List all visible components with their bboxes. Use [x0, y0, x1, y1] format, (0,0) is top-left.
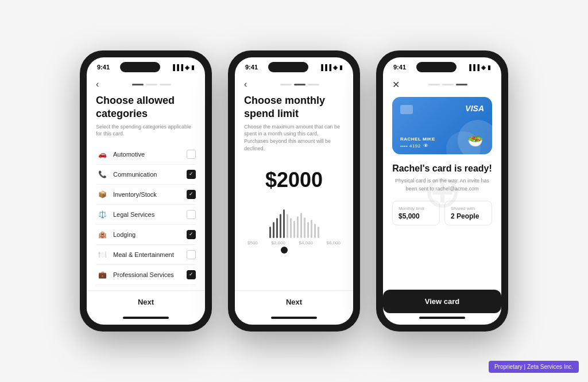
bar-3 [276, 218, 278, 238]
category-item-automotive[interactable]: 🚗 Automotive [96, 145, 196, 165]
communication-icon: 📞 [96, 170, 109, 179]
screen-subtitle-1: Select the spending categories applicabl… [96, 123, 196, 138]
automotive-label: Automotive [113, 151, 187, 158]
lodging-checkbox[interactable] [187, 230, 196, 239]
dynamic-island-1 [120, 62, 160, 72]
wifi-icon-3: ◈ [481, 64, 486, 71]
meal-label: Meal & Entertainment [113, 251, 187, 258]
bar-7 [290, 218, 292, 238]
bar-1 [269, 227, 271, 238]
card-chip [400, 105, 413, 114]
slider-track [246, 204, 342, 238]
professional-checkbox[interactable] [187, 270, 196, 279]
category-item-legal[interactable]: ⚖️ Legal Services [96, 205, 196, 225]
dot2-2 [294, 84, 305, 85]
bar-15 [318, 227, 319, 238]
category-list: 🚗 Automotive 📞 Communication 📦 Inventory… [96, 145, 196, 286]
bar-10 [300, 213, 302, 238]
view-card-button[interactable]: View card [383, 290, 501, 313]
professional-icon: 💼 [96, 270, 109, 279]
screen-subtitle-2: Choose the maximum amount that can be sp… [244, 123, 344, 152]
battery-icon-2: ▮ [339, 64, 343, 71]
phones-container: 9:41 ▐▐▐ ◈ ▮ ‹ Choose allowed ca [80, 50, 508, 332]
meal-icon: 🍽️ [96, 250, 109, 259]
nav-bar-2: ‹ [235, 75, 353, 94]
dynamic-island-2 [268, 62, 308, 72]
shared-with-box: Shared with 2 People [444, 201, 492, 225]
lodging-label: Lodging [113, 231, 187, 238]
close-button-3[interactable]: ✕ [392, 79, 404, 90]
slider-container[interactable]: $500 $2,000 $4,000 $6,000 [244, 204, 344, 254]
card-bowl-icon: 🥗 [467, 134, 483, 149]
bar-9 [297, 216, 299, 238]
credit-card: VISA 🥗 RACHEL MIKE •••• 4192 👁 [392, 97, 492, 154]
home-indicator-3 [419, 317, 465, 319]
wifi-icon-2: ◈ [333, 64, 338, 71]
status-icons-3: ▐▐▐ ◈ ▮ [467, 64, 491, 71]
wifi-icon: ◈ [185, 64, 189, 71]
dot-2 [146, 84, 157, 85]
progress-dots-1 [107, 84, 196, 85]
home-indicator-1 [123, 317, 169, 319]
communication-checkbox[interactable] [187, 170, 196, 179]
legal-checkbox[interactable] [187, 210, 196, 219]
bar-2 [273, 222, 274, 238]
dynamic-island-3 [416, 62, 457, 72]
monthly-limit-value: $5,000 [399, 212, 434, 220]
category-item-professional[interactable]: 💼 Professional Services [96, 265, 196, 285]
inventory-icon: 📦 [96, 190, 109, 199]
nav-bar-3: ✕ [383, 75, 501, 95]
lodging-icon: 🏨 [96, 230, 109, 239]
bar-11 [304, 217, 305, 238]
next-button-2[interactable]: Next [235, 290, 353, 313]
slider-labels: $500 $2,000 $4,000 $6,000 [246, 240, 342, 245]
card-info-row: Monthly limit $5,000 Shared with 2 Peopl… [392, 201, 492, 225]
label-6000: $6,000 [327, 240, 341, 245]
dot3-2 [442, 84, 454, 85]
bar-13 [311, 220, 312, 238]
home-indicator-2 [271, 317, 317, 319]
progress-dots-3 [404, 84, 492, 85]
battery-icon: ▮ [191, 64, 195, 71]
signal-icon-2: ▐▐▐ [319, 64, 331, 71]
status-bar-3: 9:41 ▐▐▐ ◈ ▮ [383, 57, 501, 75]
dot2-3 [308, 84, 319, 85]
progress-dots-2 [256, 84, 344, 85]
signal-icon: ▐▐▐ [171, 64, 183, 71]
eye-icon: 👁 [423, 143, 429, 149]
shared-with-label: Shared with [451, 206, 486, 211]
phone-1: 9:41 ▐▐▐ ◈ ▮ ‹ Choose allowed ca [80, 50, 212, 332]
nav-bar-1: ‹ [87, 75, 205, 94]
status-icons-1: ▐▐▐ ◈ ▮ [171, 64, 195, 71]
category-item-communication[interactable]: 📞 Communication [96, 165, 196, 185]
phone-3: 9:41 ▐▐▐ ◈ ▮ ✕ ⊕ [376, 50, 508, 332]
dot3-3 [456, 84, 467, 85]
back-button-1[interactable]: ‹ [96, 79, 107, 89]
monthly-limit-label: Monthly limit [399, 206, 434, 211]
dot-3 [160, 84, 171, 85]
bar-4 [280, 214, 281, 238]
card-number: •••• 4192 👁 [400, 143, 428, 149]
screen-title-2: Choose monthly spend limit [244, 94, 344, 121]
shared-with-value: 2 People [451, 212, 486, 220]
meal-checkbox[interactable] [187, 250, 196, 259]
inventory-label: Inventory/Stock [113, 191, 187, 198]
category-item-meal[interactable]: 🍽️ Meal & Entertainment [96, 245, 196, 265]
status-icons-2: ▐▐▐ ◈ ▮ [319, 64, 343, 71]
screen-content-3: ⊕ VISA 🥗 RACHEL MIKE •••• 4192 👁 Rachel'… [383, 95, 501, 313]
bar-5 [283, 209, 285, 238]
bar-12 [307, 222, 309, 238]
automotive-checkbox[interactable] [187, 150, 196, 159]
automotive-icon: 🚗 [96, 150, 109, 159]
inventory-checkbox[interactable] [187, 190, 196, 199]
slider-thumb[interactable] [281, 247, 288, 254]
dot2-1 [280, 84, 292, 85]
category-item-inventory[interactable]: 📦 Inventory/Stock [96, 185, 196, 205]
ready-title: Rachel's card is ready! [392, 163, 492, 174]
status-bar-2: 9:41 ▐▐▐ ◈ ▮ [235, 57, 353, 75]
back-button-2[interactable]: ‹ [244, 79, 256, 89]
label-4000: $4,000 [299, 240, 312, 245]
next-button-1[interactable]: Next [87, 290, 205, 313]
status-time-1: 9:41 [97, 64, 110, 71]
category-item-lodging[interactable]: 🏨 Lodging [96, 225, 196, 245]
